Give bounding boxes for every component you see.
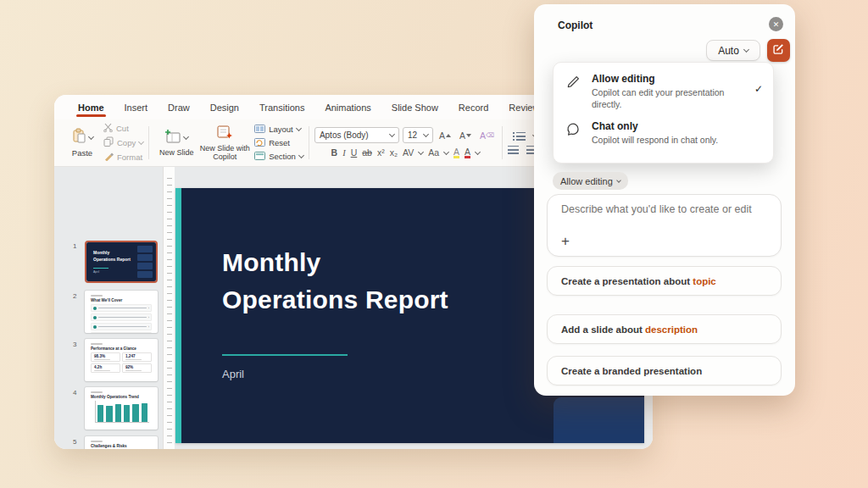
section-button[interactable]: Section bbox=[254, 152, 303, 162]
font-size-select[interactable]: 12 bbox=[403, 127, 433, 143]
strikethrough-button[interactable]: ab bbox=[362, 147, 372, 158]
suggestion-text: Add a slide about bbox=[561, 324, 645, 335]
suggestion-branded-presentation[interactable]: Create a branded presentation bbox=[547, 356, 782, 385]
vertical-ruler bbox=[163, 167, 175, 449]
thumb4-title: Monthly Operations Trend bbox=[91, 395, 158, 399]
new-slide-label: New Slide bbox=[159, 148, 194, 157]
menu-item-allow-editing[interactable]: Allow editing Copilot can edit your pres… bbox=[554, 63, 773, 110]
chevron-down-icon bbox=[138, 138, 144, 144]
clear-formatting-button[interactable]: A⌫ bbox=[477, 130, 497, 141]
new-slide-button[interactable]: New Slide bbox=[154, 129, 198, 157]
copilot-panel: Copilot ✕ Auto Allow editing Copilot can… bbox=[534, 4, 795, 396]
font-name-select[interactable]: Aptos (Body) bbox=[314, 127, 399, 143]
layout-icon bbox=[254, 125, 265, 135]
thumb1-side-bars bbox=[137, 246, 153, 278]
slide-number: 1 bbox=[73, 242, 76, 250]
cut-label: Cut bbox=[116, 124, 129, 133]
font-color-button[interactable]: A bbox=[465, 147, 470, 158]
slide-thumbnail-5[interactable]: Challenges & Risks bbox=[85, 436, 158, 449]
new-slide-copilot-label: New Slide with Copilot bbox=[198, 144, 251, 162]
thumb1-title: Monthly Operations Report bbox=[93, 250, 131, 263]
thumb3-metrics: 98.3% 1,247 4.2h 92% bbox=[85, 352, 158, 373]
thumb1-subtitle: April bbox=[93, 270, 99, 274]
chevron-down-icon bbox=[389, 131, 395, 137]
cut-button[interactable]: Cut bbox=[103, 123, 143, 134]
menu-item-chat-only[interactable]: Chat only Copilot will respond in chat o… bbox=[554, 110, 773, 146]
prompt-input[interactable] bbox=[561, 203, 769, 215]
layout-button[interactable]: Layout bbox=[254, 125, 303, 135]
thumb4-kicker bbox=[91, 391, 103, 393]
tab-animations[interactable]: Animations bbox=[314, 103, 381, 119]
slide-corner-shape bbox=[554, 397, 644, 443]
plus-icon[interactable]: + bbox=[561, 234, 570, 248]
slide-number: 2 bbox=[73, 292, 76, 300]
new-slide-with-copilot-button[interactable]: New Slide with Copilot bbox=[198, 125, 251, 162]
tab-slide-show[interactable]: Slide Show bbox=[381, 103, 448, 119]
slide-title[interactable]: Monthly Operations Report bbox=[222, 244, 502, 318]
suggestion-text: Create a branded presentation bbox=[561, 366, 702, 376]
chevron-down-icon bbox=[418, 148, 424, 154]
scissors-icon bbox=[103, 123, 113, 134]
editing-mode-menu: Allow editing Copilot can edit your pres… bbox=[553, 62, 774, 164]
suggestion-keyword: description bbox=[645, 324, 698, 335]
italic-button[interactable]: I bbox=[342, 148, 346, 158]
slide-number: 3 bbox=[73, 341, 76, 348]
thumb2-kicker bbox=[91, 295, 103, 297]
underline-button[interactable]: U bbox=[351, 147, 358, 158]
chevron-down-icon bbox=[475, 148, 481, 154]
align-left-button[interactable] bbox=[508, 146, 519, 154]
slide-subtitle[interactable]: April bbox=[222, 368, 244, 380]
close-icon[interactable]: ✕ bbox=[769, 17, 783, 31]
chevron-down-icon bbox=[443, 148, 449, 154]
bullets-button[interactable] bbox=[513, 132, 526, 141]
desktop-background: Home Insert Draw Design Transitions Anim… bbox=[0, 0, 868, 488]
reset-button[interactable]: Reset bbox=[254, 138, 303, 148]
slide-thumbnail-1[interactable]: Monthly Operations Report April bbox=[85, 241, 158, 283]
slide-thumbnail-3[interactable]: Performance at a Glance 98.3% 1,247 4.2h… bbox=[85, 339, 158, 381]
tab-record[interactable]: Record bbox=[448, 103, 498, 119]
triangle-down-icon bbox=[466, 134, 471, 137]
bold-button[interactable]: B bbox=[331, 147, 338, 158]
shrink-font-button[interactable]: A bbox=[457, 130, 474, 141]
thumb2-title: What We'll Cover bbox=[91, 298, 158, 302]
grow-font-button[interactable]: A bbox=[437, 130, 453, 141]
change-case-button[interactable]: Aa bbox=[428, 147, 439, 158]
paste-button[interactable]: Paste bbox=[63, 128, 102, 158]
auto-mode-dropdown[interactable]: Auto bbox=[706, 40, 760, 61]
suggestion-add-slide[interactable]: Add a slide about description bbox=[547, 314, 782, 344]
tab-home[interactable]: Home bbox=[68, 103, 114, 119]
thumb5-title: Challenges & Risks bbox=[91, 444, 158, 448]
copy-label: Copy bbox=[117, 138, 136, 147]
format-painter-icon bbox=[103, 151, 114, 163]
slide-title-divider bbox=[222, 354, 348, 356]
tab-draw[interactable]: Draw bbox=[158, 103, 200, 119]
character-spacing-button[interactable]: AV bbox=[403, 147, 414, 158]
ribbon-divider bbox=[309, 126, 309, 159]
mode-pill-label: Allow editing bbox=[560, 176, 613, 186]
text-highlight-button[interactable]: A bbox=[453, 147, 459, 158]
slide-thumbnail-2[interactable]: What We'll Cover › › › › bbox=[85, 291, 158, 333]
compose-icon bbox=[772, 42, 785, 58]
suggestion-create-presentation[interactable]: Create a presentation about topic bbox=[547, 266, 782, 296]
tab-design[interactable]: Design bbox=[200, 103, 249, 119]
superscript-button[interactable]: x² bbox=[377, 147, 385, 158]
format-label: Format bbox=[117, 152, 142, 162]
mode-pill[interactable]: Allow editing bbox=[553, 172, 628, 190]
chevron-down-icon bbox=[423, 131, 429, 137]
prompt-input-card[interactable]: + bbox=[547, 194, 782, 257]
subscript-button[interactable]: x₂ bbox=[390, 147, 398, 158]
format-painter-button[interactable]: Format bbox=[103, 151, 143, 163]
font-name-value: Aptos (Body) bbox=[320, 130, 369, 140]
font-size-value: 12 bbox=[408, 130, 417, 140]
copy-button[interactable]: Copy bbox=[103, 136, 143, 148]
slide-thumbnail-4[interactable]: Monthly Operations Trend bbox=[85, 387, 158, 430]
new-chat-button[interactable] bbox=[767, 39, 790, 62]
tab-transitions[interactable]: Transitions bbox=[249, 103, 314, 119]
reset-label: Reset bbox=[269, 138, 290, 147]
reset-icon bbox=[254, 138, 265, 148]
section-label: Section bbox=[269, 152, 296, 161]
chevron-down-icon bbox=[296, 125, 302, 131]
chevron-down-icon bbox=[87, 134, 93, 140]
paste-label: Paste bbox=[72, 148, 92, 158]
tab-insert[interactable]: Insert bbox=[114, 103, 159, 119]
